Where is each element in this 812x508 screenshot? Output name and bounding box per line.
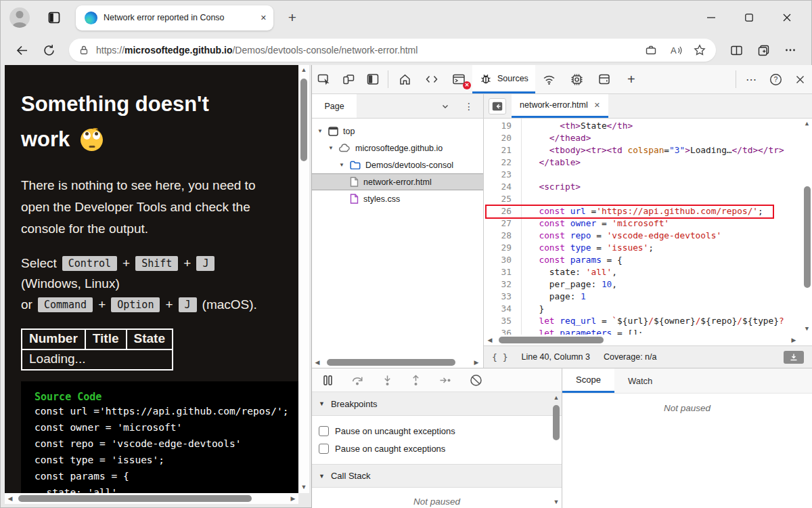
- code-line[interactable]: <script>: [528, 181, 812, 193]
- expander-icon[interactable]: ▼: [328, 145, 334, 151]
- scroll-down-icon[interactable]: ▼: [802, 324, 812, 333]
- code-line[interactable]: const params = {: [528, 254, 812, 266]
- scroll-left-icon[interactable]: ◀: [5, 494, 16, 503]
- scroll-right-icon[interactable]: ▶: [788, 335, 800, 345]
- tree-item-domain[interactable]: ▼ microsoftedge.github.io: [312, 140, 483, 156]
- line-number[interactable]: 31: [484, 266, 512, 278]
- scroll-up-icon[interactable]: ▲: [802, 119, 812, 128]
- editor-tab-network-error[interactable]: network-error.html ✕: [512, 94, 608, 118]
- navigator-more-icon[interactable]: ⋮: [464, 101, 474, 112]
- code-line[interactable]: let parameters = [];: [528, 327, 812, 335]
- split-screen-icon[interactable]: [725, 39, 747, 61]
- read-aloud-icon[interactable]: A: [664, 39, 686, 61]
- deactivate-breakpoints-icon[interactable]: [470, 374, 482, 387]
- page-vertical-scrollbar[interactable]: ▲ ▼: [298, 65, 309, 493]
- editor-horizontal-scrollbar[interactable]: ◀ ▶: [484, 335, 812, 345]
- breakpoints-header[interactable]: ▼ Breakpoints: [312, 392, 562, 416]
- tab-network[interactable]: [535, 65, 563, 93]
- address-bar[interactable]: https://microsoftedge.github.io/Demos/de…: [69, 39, 716, 62]
- scroll-left-icon[interactable]: ◀: [312, 358, 323, 367]
- new-tab-button[interactable]: +: [283, 8, 302, 27]
- step-out-icon[interactable]: [411, 375, 421, 386]
- line-number[interactable]: 33: [484, 291, 512, 303]
- profile-avatar[interactable]: [9, 7, 30, 28]
- download-icon[interactable]: [784, 351, 804, 364]
- url-text[interactable]: https://microsoftedge.github.io/Demos/de…: [96, 45, 633, 56]
- line-number[interactable]: 23: [484, 169, 512, 181]
- line-number[interactable]: 22: [484, 156, 512, 169]
- tab-console[interactable]: ✕: [445, 65, 472, 93]
- line-number[interactable]: 35: [484, 315, 512, 327]
- code-line[interactable]: let req_url = `${url}/${owner}/${repo}/$…: [528, 315, 812, 327]
- tab-elements[interactable]: [418, 65, 445, 93]
- workspaces-icon[interactable]: [45, 8, 64, 27]
- code-line[interactable]: const type = 'issues';: [528, 242, 812, 254]
- call-stack-header[interactable]: ▼ Call Stack: [312, 464, 562, 488]
- line-number[interactable]: 32: [484, 278, 512, 291]
- inspect-element-icon[interactable]: [312, 65, 336, 93]
- close-file-tab-icon[interactable]: ✕: [594, 101, 600, 110]
- tab-close-icon[interactable]: ✕: [261, 14, 267, 22]
- chevron-down-icon[interactable]: [441, 102, 449, 110]
- close-button[interactable]: [777, 8, 797, 27]
- line-number[interactable]: 21: [484, 144, 512, 156]
- scroll-right-icon[interactable]: ▶: [288, 494, 298, 503]
- tab-sources[interactable]: Sources: [472, 65, 535, 93]
- step-icon[interactable]: [439, 375, 451, 385]
- pause-caught-checkbox[interactable]: [319, 444, 329, 454]
- more-tools-button[interactable]: +: [618, 65, 645, 93]
- editor-vertical-scrollbar[interactable]: ▲ ▼: [802, 119, 812, 335]
- page-horizontal-scrollbar[interactable]: ◀ ▶: [5, 493, 298, 504]
- code-line[interactable]: per_page: 10,: [528, 278, 812, 291]
- code-line[interactable]: [528, 169, 812, 181]
- pause-caught-row[interactable]: Pause on caught exceptions: [319, 440, 562, 457]
- work-profile-icon[interactable]: [640, 39, 662, 61]
- tree-item-network-error-html[interactable]: network-error.html: [312, 173, 483, 190]
- tab-memory[interactable]: [591, 65, 618, 93]
- activity-bar-icon[interactable]: [361, 65, 385, 93]
- scrollbar-thumb[interactable]: [300, 79, 307, 161]
- debugger-vertical-scrollbar[interactable]: ▲ ▼: [551, 393, 561, 507]
- close-devtools-icon[interactable]: [788, 65, 812, 93]
- code-line[interactable]: </thead>: [528, 132, 812, 144]
- scroll-up-icon[interactable]: ▲: [551, 393, 561, 402]
- code-area[interactable]: 192021222324252627282930313233343536 <th…: [484, 119, 812, 335]
- editor-code[interactable]: <th>State</th> </thead> <tbody><tr><td c…: [522, 119, 812, 335]
- navigator-horizontal-scrollbar[interactable]: ◀ ▶: [312, 357, 483, 368]
- tab-scope[interactable]: Scope: [562, 368, 614, 393]
- line-number[interactable]: 20: [484, 132, 512, 144]
- minimize-button[interactable]: [701, 8, 721, 27]
- code-line[interactable]: <tbody><tr><td colspan="3">Loading…</td>…: [528, 144, 812, 156]
- maximize-button[interactable]: [739, 8, 759, 27]
- pause-uncaught-row[interactable]: Pause on uncaught exceptions: [319, 422, 562, 440]
- pause-script-icon[interactable]: [323, 375, 333, 386]
- device-emulation-icon[interactable]: [336, 65, 361, 93]
- code-line[interactable]: [528, 193, 812, 205]
- line-number[interactable]: 19: [484, 120, 512, 132]
- line-number[interactable]: 34: [484, 303, 512, 315]
- line-number[interactable]: 26: [484, 205, 512, 217]
- scroll-down-icon[interactable]: ▼: [551, 497, 561, 507]
- help-icon[interactable]: ?: [763, 65, 788, 93]
- tab-watch[interactable]: Watch: [614, 368, 666, 393]
- line-number[interactable]: 25: [484, 193, 512, 205]
- scroll-down-icon[interactable]: ▼: [298, 482, 309, 493]
- tree-item-folder[interactable]: ▼ Demos/devtools-consol: [312, 156, 483, 173]
- step-over-icon[interactable]: [351, 375, 364, 386]
- code-line[interactable]: const owner = 'microsoft': [528, 217, 812, 230]
- pause-uncaught-checkbox[interactable]: [319, 426, 329, 436]
- code-line[interactable]: <th>State</th>: [528, 120, 812, 132]
- expander-icon[interactable]: ▼: [339, 162, 345, 168]
- navigator-page-tab[interactable]: Page: [312, 94, 357, 118]
- line-number[interactable]: 29: [484, 242, 512, 254]
- expander-icon[interactable]: ▼: [317, 128, 323, 134]
- line-number[interactable]: 28: [484, 230, 512, 242]
- settings-more-icon[interactable]: [780, 39, 801, 61]
- code-line[interactable]: </table>: [528, 156, 812, 169]
- browser-tab[interactable]: Network error reported in Conso ✕: [76, 5, 273, 30]
- line-number[interactable]: 24: [484, 181, 512, 193]
- refresh-icon[interactable]: [38, 39, 60, 61]
- collections-icon[interactable]: [752, 39, 774, 61]
- line-number[interactable]: 27: [484, 217, 512, 230]
- scrollbar-thumb[interactable]: [499, 337, 604, 343]
